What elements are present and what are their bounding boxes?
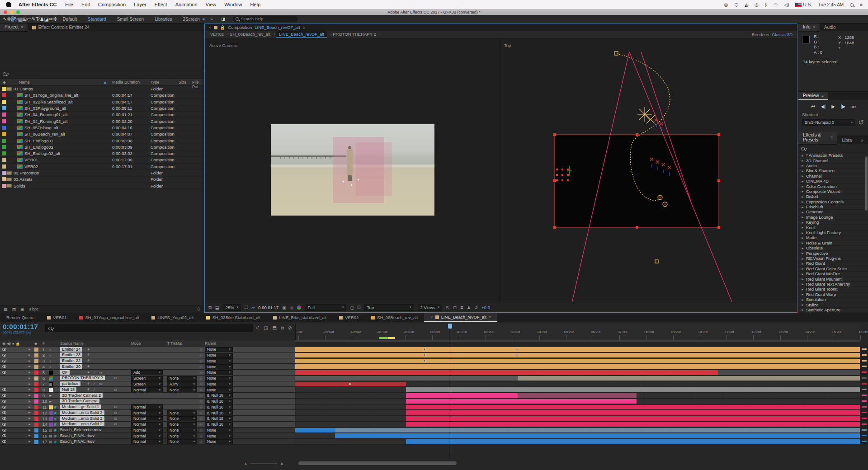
timeline-tab[interactable]: Render Queue ≡: [0, 314, 41, 322]
layer-name[interactable]: Medium ...enta Solid 2: [60, 422, 104, 426]
project-item-row[interactable]: SH_04_Running01_alt 0:00:01:21 Compositi…: [0, 112, 203, 118]
breadcrumb[interactable]: PROTON THERAPY 2: [333, 32, 376, 37]
effect-category[interactable]: ►Red Giant ToonIt: [798, 287, 868, 292]
effect-category[interactable]: ►Image Lounge: [798, 215, 868, 220]
guides-icon[interactable]: ▱: [251, 305, 255, 310]
layer-row[interactable]: ► 17 ▤ # Beach_FINAL.mov ⚘ ∕ Normal▾ Non…: [0, 439, 868, 445]
layer-track[interactable]: [295, 358, 860, 364]
transparency-grid-icon[interactable]: ◻: [350, 305, 354, 310]
tab-effects-presets[interactable]: Effects & Presets≡: [798, 132, 837, 144]
layer-name[interactable]: Medium ...ge Solid 1: [60, 404, 101, 409]
mode-select[interactable]: Screen▾: [131, 381, 163, 386]
mode-select[interactable]: Screen▾: [131, 376, 163, 381]
layer-track[interactable]: [295, 364, 860, 369]
layer-duration-bar[interactable]: [295, 376, 518, 381]
eye-icon[interactable]: [2, 440, 6, 443]
eye-icon[interactable]: [2, 348, 6, 351]
shortcut-select[interactable]: Shift+Numpad 0▾: [802, 119, 855, 126]
parent-select[interactable]: None▾: [205, 347, 233, 352]
layer-track[interactable]: [295, 404, 860, 410]
layer-duration-bar[interactable]: [295, 353, 860, 358]
layer-track[interactable]: [295, 399, 860, 404]
quality-switch[interactable]: ∕: [94, 440, 94, 444]
eye-icon[interactable]: [2, 388, 6, 391]
layer-duration-bar[interactable]: [335, 433, 860, 438]
label-color-chip[interactable]: [34, 428, 38, 432]
parent-select[interactable]: None▾: [205, 428, 233, 432]
parent-pickwhip-icon[interactable]: ◎: [199, 428, 203, 432]
layer-name[interactable]: 3D Tracker Camera: [60, 399, 99, 403]
eye-icon[interactable]: [2, 360, 6, 362]
layer-track[interactable]: [295, 428, 860, 433]
layer-duration-bar[interactable]: [406, 422, 860, 427]
shape-tool[interactable]: ▭: [27, 16, 31, 22]
layer-row[interactable]: ► 7 ▦ particluar ⚘ ∕ fx Screen▾ A.Inv▾ ◎…: [0, 381, 868, 387]
apple-menu-icon[interactable]: [6, 2, 11, 7]
twirl-icon[interactable]: ►: [28, 423, 31, 426]
fx-switch[interactable]: fx: [99, 371, 102, 375]
breadcrumb[interactable]: VER02: [210, 32, 224, 37]
label-color-chip[interactable]: [34, 365, 38, 369]
layer-track[interactable]: [295, 381, 860, 387]
project-item-row[interactable]: ▶ 03.Assets Folder: [0, 176, 203, 183]
view-layout-select[interactable]: 2 Views▾: [418, 304, 443, 311]
parent-pickwhip-icon[interactable]: ◎: [199, 353, 203, 357]
effect-category[interactable]: ►Keying: [798, 220, 868, 225]
item-name[interactable]: 01.Comps: [14, 86, 33, 91]
parent-select[interactable]: None▾: [205, 381, 233, 386]
parent-pickwhip-icon[interactable]: ◎: [199, 382, 203, 386]
shy-switch[interactable]: ⚘: [87, 353, 90, 357]
tab-info[interactable]: Info≡: [798, 24, 820, 31]
item-name[interactable]: 03.Assets: [14, 177, 33, 182]
parent-select[interactable]: None▾: [205, 433, 233, 438]
camera-tool[interactable]: ▤: [18, 16, 23, 22]
project-item-row[interactable]: VER02 0:00:17:01 Composition: [0, 164, 203, 170]
menu-item[interactable]: Composition: [94, 2, 130, 7]
pen-tool[interactable]: ✎: [32, 16, 36, 22]
trkmat-select[interactable]: None▾: [167, 428, 197, 432]
parent-select[interactable]: None▾: [205, 387, 233, 392]
eye-icon[interactable]: [2, 417, 6, 420]
composition-viewer[interactable]: Active Camera Top: [205, 38, 797, 302]
parent-select[interactable]: 8. Null 18▾: [205, 422, 233, 427]
3d-switch[interactable]: ⊙: [114, 422, 117, 426]
effect-category[interactable]: ►Obsolete: [798, 246, 868, 251]
parent-pickwhip-icon[interactable]: ◎: [199, 348, 203, 352]
layer-row[interactable]: ► 4 ♁ Emitter 20 ⚘ ▾ ▾ ◎ None▾: [0, 364, 868, 370]
workspace-tab[interactable]: Default: [57, 17, 82, 22]
twirl-icon[interactable]: ►: [28, 365, 31, 368]
parent-pickwhip-icon[interactable]: ◎: [199, 388, 203, 392]
parent-select[interactable]: 8. Null 18▾: [205, 404, 233, 409]
shy-switch[interactable]: ⚘: [87, 422, 90, 426]
layer-name[interactable]: Emitter 22: [60, 358, 82, 363]
notification-center-icon[interactable]: ≡: [857, 2, 868, 7]
eye-icon[interactable]: [2, 434, 6, 437]
label-color-chip[interactable]: [34, 423, 38, 427]
layer-track[interactable]: [295, 433, 860, 438]
3d-switch[interactable]: ⊙: [114, 388, 117, 392]
mode-select[interactable]: Normal▾: [131, 410, 163, 415]
layer-duration-bar[interactable]: [406, 393, 518, 398]
tab-audio[interactable]: Audio: [820, 24, 840, 31]
keyframe-marker[interactable]: [424, 348, 426, 350]
parent-select[interactable]: 8. Null 18▾: [205, 399, 233, 404]
item-name[interactable]: SH_04_Running02_alt: [24, 119, 68, 124]
twirl-icon[interactable]: ►: [28, 394, 31, 397]
timeline-tab[interactable]: × LINE_Beach_revOF_alt ≡: [424, 313, 497, 322]
mode-select[interactable]: Normal▾: [131, 422, 163, 427]
twirl-icon[interactable]: ►: [28, 376, 31, 380]
layer-row[interactable]: ► 11 # Medium ...ge Solid 1 ⚘ ∕ ⊙ Normal…: [0, 404, 868, 410]
tab-overflow[interactable]: »: [856, 137, 868, 144]
project-item-row[interactable]: ▶ Solids Folder: [0, 183, 203, 189]
roi-icon[interactable]: ⛶: [245, 305, 248, 310]
label-color-chip[interactable]: [34, 353, 38, 357]
workspace-tab[interactable]: 2Screen: [177, 17, 205, 22]
layer-row[interactable]: ► 14 # Medium ...enta Solid 2 ⚘ ∕ ⊙ Norm…: [0, 422, 868, 428]
trkmat-select[interactable]: None▾: [167, 433, 197, 438]
effect-category[interactable]: ►Generate: [798, 210, 868, 215]
parent-select[interactable]: None▾: [205, 376, 233, 381]
timeline-column-headers[interactable]: ◉ ◀) ● 🔒 ◆ # Source Name Mode T TrkMat P…: [0, 340, 295, 346]
twirl-icon[interactable]: ►: [28, 371, 31, 374]
effect-category[interactable]: ►Matte: [798, 235, 868, 240]
timeline-tab[interactable]: LINES_Yoga02_alt ≡: [145, 314, 200, 322]
